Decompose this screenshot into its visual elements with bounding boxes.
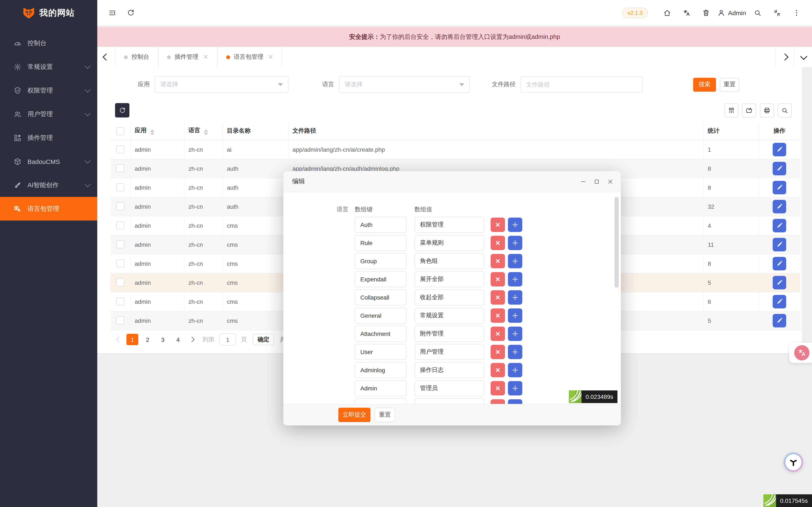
col-header-lang[interactable]: 语言 [184,122,222,140]
menu-fold-button[interactable] [104,5,120,21]
move-row-button[interactable] [508,363,522,377]
row-checkbox[interactable] [116,260,124,268]
edit-row-button[interactable] [773,295,786,308]
move-row-button[interactable] [508,327,522,341]
quick-translate-button[interactable] [789,343,812,363]
array-key-input[interactable] [355,235,406,251]
lang-select[interactable]: 请选择 [339,76,470,93]
dialog-scrollbar-thumb[interactable] [614,197,619,288]
translate-button[interactable] [678,5,695,21]
array-value-input[interactable] [414,398,484,404]
sidebar-item[interactable]: 权限管理 [0,78,97,102]
delete-row-button[interactable] [491,345,505,359]
edit-row-button[interactable] [773,276,786,289]
move-row-button[interactable] [508,345,522,359]
edit-row-button[interactable] [773,143,786,156]
delete-row-button[interactable] [491,236,505,250]
sidebar-item[interactable]: 常规设置 [0,55,97,78]
tab-close-icon[interactable]: ✕ [203,53,208,61]
sidebar-item[interactable]: AI智能创作 [0,173,97,197]
close-icon[interactable] [606,178,614,185]
sort-icon[interactable] [150,129,154,135]
sidebar-item[interactable]: 控制台 [0,31,97,55]
delete-row-button[interactable] [491,254,505,268]
submit-button[interactable]: 立即提交 [338,408,370,422]
edit-row-button[interactable] [773,219,786,232]
sidebar-item[interactable]: 语言包管理 [0,197,97,221]
array-value-input[interactable] [414,326,484,342]
search-submit-button[interactable]: 搜索 [693,77,716,92]
array-key-input[interactable] [355,380,406,396]
prev-page-button[interactable] [115,338,123,341]
row-checkbox[interactable] [116,317,124,325]
tabs-scroll-left-button[interactable] [97,47,115,67]
move-row-button[interactable] [508,236,522,250]
theme-assistant-button[interactable] [784,452,803,472]
sort-icon[interactable] [204,129,208,135]
next-page-button[interactable] [187,338,196,341]
row-checkbox[interactable] [116,278,124,286]
app-select[interactable]: 请选择 [155,76,289,93]
array-key-input[interactable] [355,253,406,269]
page-number-button[interactable]: 3 [157,334,169,345]
sidebar-item[interactable]: 插件管理 [0,126,97,150]
sidebar-item[interactable]: 用户管理 [0,102,97,126]
edit-row-button[interactable] [773,238,786,251]
delete-row-button[interactable] [491,399,505,404]
delete-row-button[interactable] [491,290,505,304]
filter-reset-button[interactable]: 重置 [720,77,739,92]
array-key-input[interactable] [355,217,406,233]
edit-row-button[interactable] [773,181,786,194]
page-number-button[interactable]: 1 [126,334,138,345]
array-key-input[interactable] [355,362,406,378]
fullscreen-toggle-button[interactable] [769,5,785,21]
move-row-button[interactable] [508,272,522,286]
edit-row-button[interactable] [773,257,786,270]
export-button[interactable] [742,104,756,117]
user-menu[interactable]: Admin [717,9,746,17]
tabs-menu-button[interactable] [794,47,812,67]
delete-row-button[interactable] [491,363,505,377]
tabs-scroll-right-button[interactable] [776,47,794,67]
page-tab[interactable]: 插件管理 ✕ [158,47,217,67]
row-checkbox[interactable] [116,183,124,191]
row-checkbox[interactable] [116,221,124,229]
delete-row-button[interactable] [491,327,505,341]
minimize-icon[interactable] [579,178,587,185]
move-row-button[interactable] [508,290,522,304]
array-value-input[interactable] [414,289,484,305]
array-value-input[interactable] [414,217,484,233]
array-key-input[interactable] [355,271,406,287]
edit-row-button[interactable] [773,200,786,213]
delete-row-button[interactable] [491,308,505,323]
move-row-button[interactable] [508,399,522,404]
more-menu-button[interactable] [788,5,804,21]
move-row-button[interactable] [508,381,522,395]
move-row-button[interactable] [508,254,522,268]
array-value-input[interactable] [414,307,484,324]
page-number-button[interactable]: 4 [172,334,184,345]
columns-toggle-button[interactable] [724,104,739,117]
goto-page-input[interactable] [219,333,236,346]
array-value-input[interactable] [414,362,484,378]
table-refresh-button[interactable] [115,103,130,117]
version-badge[interactable]: v2.1.3 [622,7,648,18]
array-key-input[interactable] [355,307,406,324]
array-value-input[interactable] [414,380,484,396]
refresh-page-button[interactable] [123,5,139,21]
array-value-input[interactable] [414,235,484,251]
search-button[interactable] [749,5,765,21]
maximize-icon[interactable] [593,178,601,185]
path-input[interactable] [521,76,643,93]
col-header-app[interactable]: 应用 [130,122,184,140]
edit-row-button[interactable] [773,162,786,175]
array-key-input[interactable] [355,344,406,360]
array-key-input[interactable] [355,289,406,305]
zoom-search-button[interactable] [778,104,792,117]
move-row-button[interactable] [508,308,522,323]
sidebar-item[interactable]: BadouCMS [0,150,97,173]
goto-confirm-button[interactable]: 确定 [253,334,274,345]
array-key-input[interactable] [355,326,406,342]
array-value-input[interactable] [414,271,484,287]
row-checkbox[interactable] [116,164,124,172]
